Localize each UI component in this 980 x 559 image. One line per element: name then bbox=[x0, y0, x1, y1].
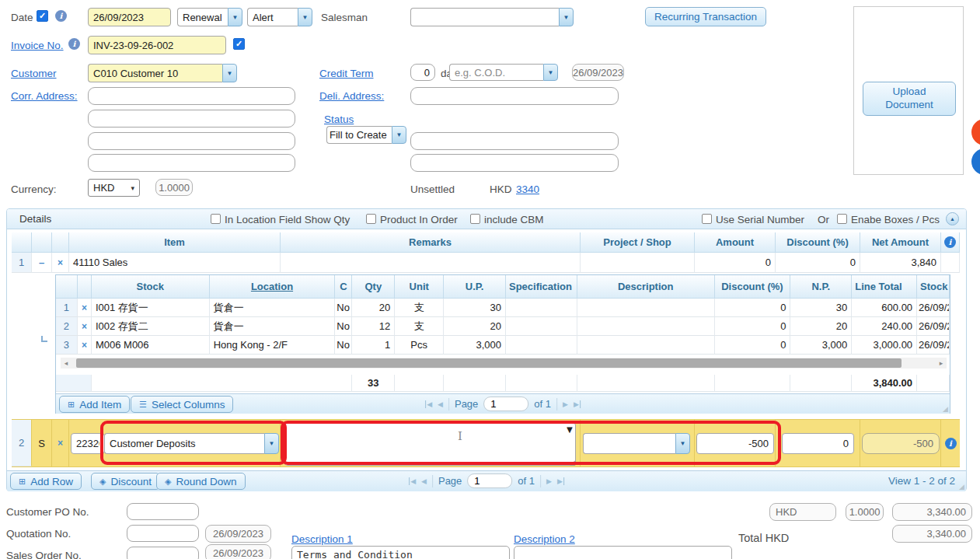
invoice-no-link[interactable]: Invoice No. bbox=[11, 40, 64, 51]
credit-term-link[interactable]: Credit Term bbox=[319, 68, 374, 79]
in-location-checkbox[interactable] bbox=[211, 214, 221, 224]
row1-net[interactable]: 3,840 bbox=[860, 253, 941, 273]
resize-grip-icon[interactable]: ◢ bbox=[943, 405, 948, 413]
scol-np[interactable]: N.P. bbox=[790, 275, 852, 299]
chevron-down-icon[interactable]: ▼ bbox=[228, 8, 242, 26]
info-icon[interactable]: i bbox=[944, 236, 956, 248]
deli-address-input-1[interactable] bbox=[410, 87, 619, 105]
srow-unit[interactable]: Pcs bbox=[395, 336, 444, 355]
amount-input[interactable] bbox=[696, 433, 774, 454]
srow-stock[interactable]: I002 存貨二 bbox=[92, 317, 210, 336]
info-icon[interactable]: i bbox=[945, 438, 957, 449]
scol-stock[interactable]: Stock bbox=[92, 275, 210, 299]
srow-desc[interactable] bbox=[577, 317, 715, 336]
corr-address-input-3[interactable] bbox=[88, 132, 295, 150]
deli-address-link[interactable]: Deli. Address: bbox=[319, 90, 384, 102]
srow-linetotal[interactable]: 3,000.00 bbox=[852, 336, 917, 355]
delete-row-cell[interactable]: × bbox=[78, 299, 92, 317]
pager-next-icon[interactable]: ▶ bbox=[563, 400, 568, 408]
customer-link[interactable]: Customer bbox=[11, 68, 57, 79]
delete-row-cell[interactable]: × bbox=[78, 336, 92, 355]
srow-stock[interactable]: I001 存貨一 bbox=[92, 299, 210, 317]
enable-boxes-checkbox[interactable] bbox=[837, 214, 847, 224]
srow-desc[interactable] bbox=[577, 299, 715, 317]
srow-np[interactable]: 20 bbox=[790, 317, 852, 336]
customer-select[interactable]: C010 Customer 10 ▼ bbox=[88, 64, 237, 82]
scol-desc[interactable]: Description bbox=[577, 275, 715, 299]
account-select[interactable]: Customer Deposits ▼ bbox=[104, 433, 279, 454]
scol-up[interactable]: U.P. bbox=[444, 275, 506, 299]
row1-amount[interactable]: 0 bbox=[695, 253, 776, 273]
srow-up[interactable]: 3,000 bbox=[444, 336, 506, 355]
chevron-down-icon[interactable]: ▼ bbox=[543, 64, 558, 81]
credit-term-days-input[interactable] bbox=[410, 64, 435, 81]
pager-last-icon[interactable]: ▶ bbox=[557, 477, 564, 485]
col-item[interactable]: Item bbox=[69, 232, 281, 253]
srow-np[interactable]: 3,000 bbox=[790, 336, 852, 355]
scrollbar-thumb[interactable] bbox=[76, 358, 902, 368]
col-amount[interactable]: Amount bbox=[695, 232, 776, 253]
pager-first-icon[interactable]: ◀ bbox=[409, 477, 416, 485]
srow-up[interactable]: 30 bbox=[444, 299, 506, 317]
quotation-input[interactable] bbox=[127, 525, 199, 542]
srow-spec[interactable] bbox=[506, 317, 577, 336]
collapse-details-button[interactable]: ▲ bbox=[946, 212, 959, 225]
account-code-input[interactable] bbox=[71, 433, 105, 454]
remarks-textarea[interactable] bbox=[284, 422, 576, 466]
upload-document-button[interactable]: Upload Document bbox=[863, 82, 956, 116]
status-link[interactable]: Status bbox=[324, 114, 354, 125]
resize-grip-icon[interactable]: ◢ bbox=[570, 459, 575, 466]
scol-location[interactable]: Location bbox=[210, 275, 336, 299]
pager-first-icon[interactable]: ◀ bbox=[425, 400, 432, 408]
floating-action-blue-icon[interactable] bbox=[971, 148, 980, 175]
unsettled-amount-link[interactable]: 3340 bbox=[516, 183, 539, 195]
add-item-button[interactable]: ⊞Add Item bbox=[59, 396, 130, 413]
corr-address-link[interactable]: Corr. Address: bbox=[11, 90, 78, 102]
srow-discount[interactable]: 0 bbox=[715, 336, 791, 355]
chevron-down-icon[interactable]: ▼ bbox=[222, 64, 237, 82]
add-row-button[interactable]: ⊞Add Row bbox=[10, 473, 82, 490]
row1-discount[interactable]: 0 bbox=[776, 253, 860, 273]
srow-qty[interactable]: 12 bbox=[352, 317, 395, 336]
col-discount[interactable]: Discount (%) bbox=[776, 232, 860, 253]
deli-address-input-2[interactable] bbox=[410, 132, 619, 150]
description1-textarea[interactable]: Terms and Condition bbox=[291, 546, 510, 559]
details-page-input[interactable] bbox=[467, 473, 512, 488]
srow-up[interactable]: 20 bbox=[444, 317, 506, 336]
description2-link[interactable]: Description 2 bbox=[514, 533, 575, 545]
srow-qty[interactable]: 20 bbox=[352, 299, 395, 317]
description1-link[interactable]: Description 1 bbox=[291, 533, 353, 545]
pager-prev-icon[interactable]: ◀ bbox=[438, 400, 443, 408]
credit-term-type-select[interactable]: e.g. C.O.D. ▼ bbox=[449, 64, 558, 81]
row1-item[interactable]: 41110 Sales bbox=[69, 253, 281, 273]
delete-row-cell[interactable]: × bbox=[78, 317, 92, 336]
srow-unit[interactable]: 支 bbox=[395, 299, 444, 317]
date-input[interactable] bbox=[88, 8, 171, 26]
scol-linetotal[interactable]: Line Total bbox=[852, 275, 917, 299]
scroll-left-icon[interactable]: ◂ bbox=[61, 358, 71, 369]
srow-spec[interactable] bbox=[506, 336, 577, 355]
salesman-select[interactable]: ▼ bbox=[410, 8, 574, 26]
scol-c[interactable]: C bbox=[335, 275, 352, 299]
subgrid-page-input[interactable] bbox=[483, 397, 528, 411]
round-down-button[interactable]: ◈Round Down bbox=[156, 473, 246, 490]
recurring-transaction-button[interactable]: Recurring Transaction bbox=[645, 7, 766, 26]
chevron-down-icon[interactable]: ▼ bbox=[675, 433, 690, 454]
scroll-right-icon[interactable]: ▸ bbox=[936, 358, 947, 369]
srow-location[interactable]: 貨倉一 bbox=[210, 299, 336, 317]
col-net-amount[interactable]: Net Amount bbox=[860, 232, 941, 253]
corr-address-input-4[interactable] bbox=[88, 154, 295, 172]
status-select[interactable]: Fill to Create ▼ bbox=[326, 126, 406, 144]
row1-remarks[interactable] bbox=[281, 253, 581, 273]
srow-location[interactable]: Hong Kong - 2/F bbox=[210, 336, 336, 355]
resize-grip-icon[interactable]: ◢ bbox=[959, 483, 964, 491]
srow-stock[interactable]: M006 M006 bbox=[92, 336, 210, 355]
project-shop-select[interactable]: ▼ bbox=[583, 433, 690, 454]
discount-button[interactable]: ◈Discount bbox=[91, 473, 160, 490]
chevron-down-icon[interactable]: ▼ bbox=[559, 8, 574, 26]
row1-project[interactable] bbox=[581, 253, 695, 273]
srow-location[interactable]: 貨倉一 bbox=[210, 317, 336, 336]
col-remarks[interactable]: Remarks bbox=[281, 232, 581, 253]
customer-po-input[interactable] bbox=[127, 503, 199, 520]
deli-address-input-3[interactable] bbox=[410, 154, 619, 172]
